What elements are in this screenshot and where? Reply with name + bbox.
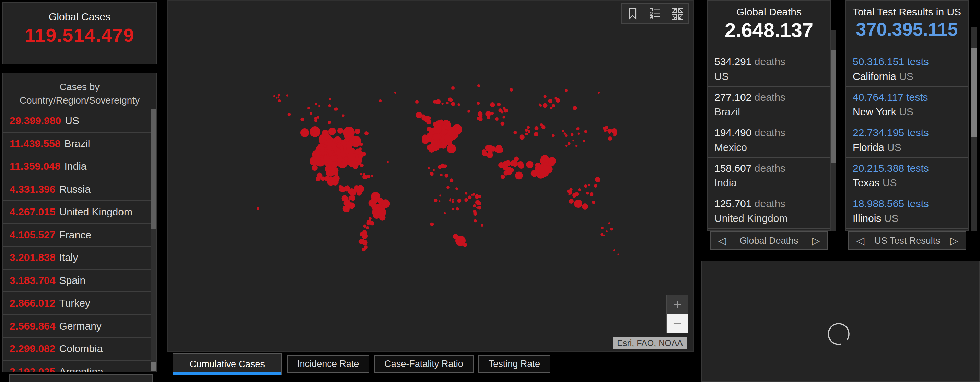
cases-row[interactable]: 11.439.558Brazil — [3, 132, 151, 155]
tab-incidence-rate[interactable]: Incidence Rate — [287, 355, 369, 373]
tests-list: 50.316.151 testsCalifornia US40.764.117 … — [846, 51, 968, 230]
tab-cumulative-cases[interactable]: Cumulative Cases — [173, 353, 282, 375]
tests-row[interactable]: 50.316.151 testsCalifornia US — [846, 51, 968, 86]
cases-row[interactable]: 2.299.082Colombia — [3, 337, 151, 360]
tests-row[interactable]: 18.988.565 testsIllinois US — [846, 193, 968, 228]
deaths-scrollbar-thumb[interactable] — [831, 50, 836, 163]
cases-footer-nav: ◁ Admin0 ▷ — [9, 374, 153, 382]
prev-arrow-icon[interactable]: ◁ — [856, 236, 864, 246]
tests-row[interactable]: 40.764.117 testsNew York US — [846, 86, 968, 122]
global-deaths-value: 2.648.137 — [708, 19, 830, 41]
tests-row[interactable]: 22.734.195 testsFlorida US — [846, 122, 968, 157]
world-map-panel[interactable]: + − Esri, FAO, NOAA — [167, 0, 694, 352]
tests-row[interactable]: 17.229.788 testsMassachusetts US — [846, 228, 968, 231]
global-deaths-panel: Global Deaths 2.648.137 534.291 deathsUS… — [707, 0, 831, 231]
cases-row[interactable]: 4.105.527France — [3, 223, 151, 246]
us-tests-value: 370.395.115 — [846, 19, 968, 40]
cases-list-scrollbar-thumb[interactable] — [151, 109, 156, 230]
legend-icon[interactable] — [646, 5, 664, 22]
cases-row[interactable]: 11.359.048India — [3, 155, 151, 178]
active-tab-underline — [173, 372, 282, 375]
cases-list-scrollbar[interactable] — [151, 109, 156, 371]
map-toolbar — [621, 3, 689, 24]
deaths-list: 534.291 deathsUS277.102 deathsBrazil194.… — [708, 51, 830, 230]
deaths-row[interactable]: 101.881 deathsItaly — [708, 228, 830, 231]
map-attribution: Esri, FAO, NOAA — [613, 337, 687, 349]
cases-row[interactable]: 4.267.015United Kingdom — [3, 200, 151, 223]
map-tabs: Cumulative CasesIncidence RateCase-Fatal… — [173, 353, 550, 375]
deaths-row[interactable]: 125.701 deathsUnited Kingdom — [708, 193, 830, 228]
global-cases-title: Global Cases — [3, 11, 156, 23]
loading-panel — [702, 261, 980, 382]
global-cases-value: 119.514.479 — [3, 24, 156, 46]
cases-row[interactable]: 2.866.012Turkey — [3, 292, 151, 314]
us-tests-title: Total Test Results in US — [846, 6, 968, 18]
covid-dot-map — [168, 1, 693, 351]
deaths-row[interactable]: 277.102 deathsBrazil — [708, 86, 830, 122]
map-zoom-controls: + − — [667, 295, 688, 333]
cases-list-title: Cases by Country/Region/Sovereignty — [3, 73, 156, 112]
tab-testing-rate[interactable]: Testing Rate — [478, 355, 550, 373]
cases-row[interactable]: 29.399.980US — [3, 110, 151, 132]
tests-footer-nav: ◁ US Test Results ▷ — [848, 231, 966, 250]
tab-case-fatality-ratio[interactable]: Case-Fatality Ratio — [374, 355, 474, 373]
cases-row[interactable]: 2.569.864Germany — [3, 314, 151, 338]
tests-row[interactable]: 20.215.388 testsTexas US — [846, 157, 968, 193]
tests-footer-label: US Test Results — [874, 236, 940, 246]
deaths-row[interactable]: 194.490 deathsMexico — [708, 122, 830, 157]
cases-row[interactable]: 3.201.838Italy — [3, 246, 151, 269]
global-cases-panel: Global Cases 119.514.479 — [2, 2, 157, 65]
tests-scrollbar-thumb[interactable] — [971, 48, 977, 137]
deaths-footer-nav: ◁ Global Deaths ▷ — [710, 231, 828, 250]
prev-arrow-icon[interactable]: ◁ — [718, 236, 726, 246]
deaths-row[interactable]: 534.291 deathsUS — [708, 51, 830, 86]
us-tests-panel: Total Test Results in US 370.395.115 50.… — [845, 0, 969, 231]
deaths-scrollbar[interactable] — [831, 30, 836, 231]
next-arrow-icon[interactable]: ▷ — [812, 236, 820, 246]
cases-list: 29.399.980US11.439.558Brazil11.359.048In… — [3, 110, 151, 372]
cases-list-scrollbar-endcap[interactable] — [151, 362, 156, 371]
cases-row[interactable]: 2.192.025Argentina — [3, 360, 151, 372]
zoom-out-button[interactable]: − — [667, 314, 688, 333]
covid-dashboard: Global Cases 119.514.479 Cases by Countr… — [0, 0, 980, 382]
tests-scrollbar[interactable] — [971, 27, 977, 231]
cases-by-country-panel: Cases by Country/Region/Sovereignty 29.3… — [2, 73, 157, 372]
global-deaths-title: Global Deaths — [708, 6, 830, 18]
extent-icon[interactable] — [668, 5, 686, 22]
loading-spinner-icon — [827, 322, 851, 346]
deaths-footer-label: Global Deaths — [740, 236, 798, 246]
cases-row[interactable]: 4.331.396Russia — [3, 178, 151, 201]
cases-row[interactable]: 3.183.704Spain — [3, 269, 151, 292]
bookmark-icon[interactable] — [624, 5, 642, 22]
next-arrow-icon[interactable]: ▷ — [950, 236, 958, 246]
zoom-in-button[interactable]: + — [667, 295, 688, 314]
deaths-row[interactable]: 158.607 deathsIndia — [708, 157, 830, 193]
